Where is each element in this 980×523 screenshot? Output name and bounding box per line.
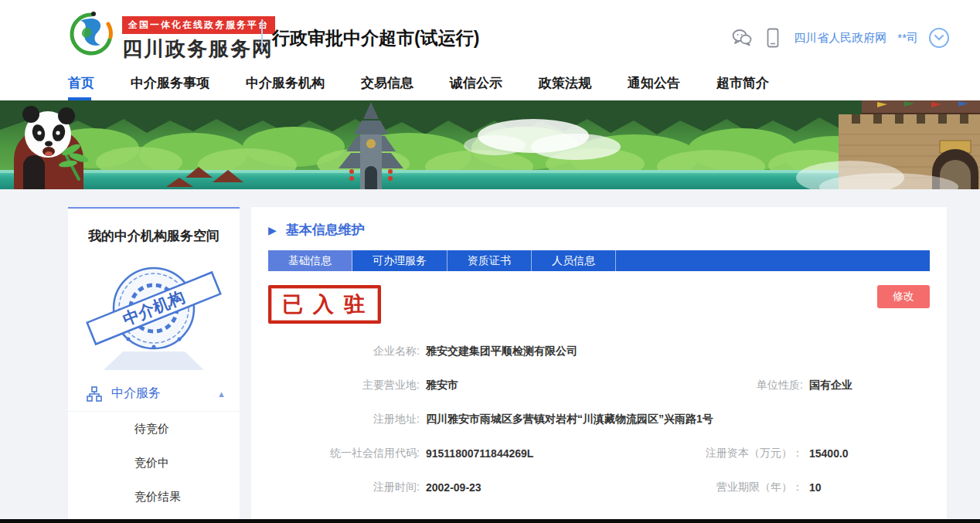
company-name-label: 企业名称:	[268, 345, 420, 358]
page-title: 行政审批中介超市(试运行)	[272, 26, 479, 50]
sidebar-item-pending-bidding[interactable]: 待竞价	[68, 412, 240, 446]
credit-code-label: 统一社会信用代码:	[268, 447, 420, 460]
site-name: 四川政务服务网	[122, 36, 275, 63]
registered-status-stamp: 已入驻	[268, 285, 381, 324]
field-row: 主要营业地: 雅安市 单位性质: 国有企业	[268, 368, 930, 402]
nav-item-intermediary-agencies[interactable]: 中介服务机构	[246, 66, 325, 100]
registered-capital-label: 注册资本（万元）：	[699, 447, 803, 460]
page: 全国一体化在线政务服务平台 四川政务服务网 行政审批中介超市(试运行)	[0, 0, 980, 523]
nav-item-notices[interactable]: 通知公告	[628, 66, 680, 100]
nav-item-intermediary-service-items[interactable]: 中介服务事项	[131, 66, 209, 100]
footer-bar	[0, 519, 980, 523]
sidebar: 我的中介机构服务空间 中介机构 中介服务	[68, 207, 240, 523]
credit-code-value: 91511800711844269L	[426, 447, 533, 460]
tabbar: 基础信息 可办理服务 资质证书 人员信息	[268, 250, 930, 271]
logo-text: 全国一体化在线政务服务平台 四川政务服务网	[122, 16, 275, 63]
header-divider	[261, 19, 263, 52]
registered-address-label: 注册地址:	[268, 413, 420, 426]
nav-item-integrity-publicity[interactable]: 诚信公示	[450, 66, 502, 100]
mobile-icon[interactable]	[763, 28, 783, 48]
tab-qualification-certificates[interactable]: 资质证书	[447, 250, 532, 271]
site-logo-icon	[68, 11, 114, 57]
agency-stamp: 中介机构	[68, 253, 240, 376]
tab-basic-info[interactable]: 基础信息	[268, 250, 352, 271]
main-content: ▶ 基本信息维护 基础信息 可办理服务 资质证书 人员信息 已入驻 修改 企业名…	[251, 207, 947, 523]
business-term-label: 营业期限（年）：	[699, 481, 803, 494]
field-row: 企业名称: 雅安交建集团平顺检测有限公司	[268, 335, 930, 368]
field-row: 注册时间: 2002-09-23 营业期限（年）： 10	[268, 470, 930, 504]
tab-personnel-info[interactable]: 人员信息	[532, 250, 616, 271]
platform-badge: 全国一体化在线政务服务平台	[122, 16, 275, 34]
nav-item-home[interactable]: 首页	[68, 66, 94, 100]
registered-address-value: 四川雅安市雨城区多营镇对岩村“川滇藏物流园区”兴雨路1号	[426, 413, 713, 426]
section-title: 基本信息维护	[286, 221, 365, 239]
agency-stamp-icon: 中介机构	[80, 253, 227, 375]
registered-capital-value: 15400.0	[809, 447, 849, 460]
main-business-location-value: 雅安市	[426, 379, 458, 392]
header-right: 四川省人民政府网 **司	[732, 28, 949, 48]
unit-nature-label: 单位性质:	[699, 379, 803, 392]
nav-item-transaction-info[interactable]: 交易信息	[361, 66, 413, 100]
registration-date-value: 2002-09-23	[426, 481, 481, 494]
unit-nature-value: 国有企业	[809, 379, 852, 392]
stamp-row: 已入驻 修改	[268, 285, 930, 324]
company-name-value: 雅安交建集团平顺检测有限公司	[426, 345, 577, 358]
sitemap-icon	[87, 386, 102, 402]
sidebar-item-bidding-in-progress[interactable]: 竞价中	[68, 446, 240, 480]
chevron-down-icon[interactable]	[929, 28, 949, 48]
field-row: 统一社会信用代码: 91511800711844269L 注册资本（万元）： 1…	[268, 436, 930, 470]
gov-website-link[interactable]: 四川省人民政府网	[794, 31, 886, 46]
basic-info-fields: 企业名称: 雅安交建集团平顺检测有限公司 主要营业地: 雅安市 单位性质: 国有…	[268, 335, 930, 504]
user-name[interactable]: **司	[897, 31, 918, 46]
wechat-icon[interactable]	[732, 28, 752, 48]
nav-item-policies[interactable]: 政策法规	[539, 66, 591, 100]
main-business-location-label: 主要营业地:	[268, 379, 420, 392]
business-term-value: 10	[809, 481, 822, 494]
field-row: 注册地址: 四川雅安市雨城区多营镇对岩村“川滇藏物流园区”兴雨路1号	[268, 402, 930, 436]
section-arrow-icon: ▶	[268, 224, 277, 236]
sidebar-menu-intermediary-services[interactable]: 中介服务 ▲	[68, 376, 240, 412]
sidebar-menu-label: 中介服务	[111, 385, 217, 402]
registration-date-label: 注册时间:	[268, 481, 420, 494]
section-head: ▶ 基本信息维护	[268, 221, 930, 239]
tab-available-services[interactable]: 可办理服务	[352, 250, 447, 271]
nav-item-about[interactable]: 超市简介	[716, 66, 769, 100]
sidebar-item-bidding-results[interactable]: 竞价结果	[68, 480, 240, 514]
sidebar-title: 我的中介机构服务空间	[68, 209, 240, 253]
header: 全国一体化在线政务服务平台 四川政务服务网 行政审批中介超市(试运行)	[0, 0, 980, 66]
banner-image	[0, 100, 980, 189]
menu-expand-icon[interactable]: ▲	[217, 389, 226, 399]
edit-button[interactable]: 修改	[877, 285, 930, 308]
main-nav: 首页 中介服务事项 中介服务机构 交易信息 诚信公示 政策法规 通知公告 超市简…	[0, 66, 980, 100]
